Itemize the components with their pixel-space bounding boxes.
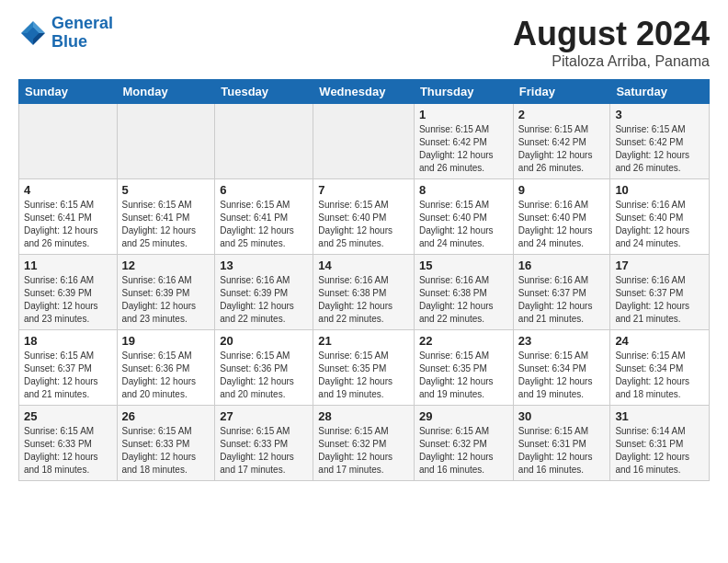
header: GeneralBlue August 2024 Pitaloza Arriba,…	[18, 15, 710, 70]
calendar-cell: 7Sunrise: 6:15 AM Sunset: 6:40 PM Daylig…	[313, 179, 415, 255]
calendar-cell	[19, 104, 118, 179]
day-info: Sunrise: 6:16 AM Sunset: 6:37 PM Dayligh…	[615, 274, 704, 326]
day-info: Sunrise: 6:15 AM Sunset: 6:35 PM Dayligh…	[419, 350, 508, 401]
calendar-cell: 30Sunrise: 6:15 AM Sunset: 6:31 PM Dayli…	[513, 406, 610, 481]
day-number: 3	[615, 108, 704, 121]
calendar-cell: 1Sunrise: 6:15 AM Sunset: 6:42 PM Daylig…	[414, 104, 513, 179]
day-info: Sunrise: 6:16 AM Sunset: 6:39 PM Dayligh…	[122, 274, 210, 326]
day-number: 27	[220, 409, 308, 423]
calendar-row: 1Sunrise: 6:15 AM Sunset: 6:42 PM Daylig…	[19, 104, 710, 179]
page: GeneralBlue August 2024 Pitaloza Arriba,…	[0, 0, 728, 490]
day-info: Sunrise: 6:16 AM Sunset: 6:40 PM Dayligh…	[518, 199, 606, 250]
day-number: 12	[122, 259, 210, 272]
col-saturday: Saturday	[610, 80, 710, 104]
day-info: Sunrise: 6:15 AM Sunset: 6:36 PM Dayligh…	[122, 350, 210, 401]
title-block: August 2024 Pitaloza Arriba, Panama	[513, 15, 710, 70]
calendar-cell: 20Sunrise: 6:15 AM Sunset: 6:36 PM Dayli…	[215, 330, 313, 406]
day-info: Sunrise: 6:15 AM Sunset: 6:31 PM Dayligh…	[518, 425, 606, 477]
calendar-cell	[215, 104, 313, 179]
day-number: 17	[615, 259, 704, 272]
calendar-cell: 21Sunrise: 6:15 AM Sunset: 6:35 PM Dayli…	[313, 330, 415, 406]
col-wednesday: Wednesday	[313, 80, 415, 104]
day-number: 2	[518, 108, 606, 121]
calendar-table: Sunday Monday Tuesday Wednesday Thursday…	[18, 79, 710, 481]
day-number: 20	[220, 334, 308, 348]
day-info: Sunrise: 6:16 AM Sunset: 6:39 PM Dayligh…	[24, 274, 112, 326]
calendar-cell: 4Sunrise: 6:15 AM Sunset: 6:41 PM Daylig…	[19, 179, 118, 255]
day-info: Sunrise: 6:15 AM Sunset: 6:42 PM Dayligh…	[419, 123, 508, 175]
day-info: Sunrise: 6:15 AM Sunset: 6:35 PM Dayligh…	[318, 350, 409, 401]
day-number: 5	[122, 183, 210, 197]
calendar-cell: 19Sunrise: 6:15 AM Sunset: 6:36 PM Dayli…	[117, 330, 215, 406]
day-info: Sunrise: 6:15 AM Sunset: 6:33 PM Dayligh…	[122, 425, 210, 477]
calendar-cell: 8Sunrise: 6:15 AM Sunset: 6:40 PM Daylig…	[414, 179, 513, 255]
header-row: Sunday Monday Tuesday Wednesday Thursday…	[19, 80, 710, 104]
logo-text: GeneralBlue	[51, 15, 113, 52]
day-info: Sunrise: 6:16 AM Sunset: 6:40 PM Dayligh…	[615, 199, 704, 250]
calendar-cell: 13Sunrise: 6:16 AM Sunset: 6:39 PM Dayli…	[215, 255, 313, 330]
calendar-cell: 17Sunrise: 6:16 AM Sunset: 6:37 PM Dayli…	[610, 255, 710, 330]
day-info: Sunrise: 6:15 AM Sunset: 6:33 PM Dayligh…	[220, 425, 308, 477]
day-number: 11	[24, 259, 112, 272]
day-number: 28	[318, 409, 409, 423]
calendar-cell: 27Sunrise: 6:15 AM Sunset: 6:33 PM Dayli…	[215, 406, 313, 481]
calendar-cell: 11Sunrise: 6:16 AM Sunset: 6:39 PM Dayli…	[19, 255, 118, 330]
calendar-cell: 10Sunrise: 6:16 AM Sunset: 6:40 PM Dayli…	[610, 179, 710, 255]
calendar-row: 4Sunrise: 6:15 AM Sunset: 6:41 PM Daylig…	[19, 179, 710, 255]
calendar-title: August 2024	[513, 15, 710, 53]
day-info: Sunrise: 6:15 AM Sunset: 6:40 PM Dayligh…	[419, 199, 508, 250]
col-monday: Monday	[117, 80, 215, 104]
day-info: Sunrise: 6:16 AM Sunset: 6:39 PM Dayligh…	[220, 274, 308, 326]
calendar-cell: 16Sunrise: 6:16 AM Sunset: 6:37 PM Dayli…	[513, 255, 610, 330]
day-number: 14	[318, 259, 409, 272]
day-info: Sunrise: 6:16 AM Sunset: 6:37 PM Dayligh…	[518, 274, 606, 326]
day-number: 25	[24, 409, 112, 423]
day-number: 8	[419, 183, 508, 197]
day-info: Sunrise: 6:16 AM Sunset: 6:38 PM Dayligh…	[318, 274, 409, 326]
calendar-header: Sunday Monday Tuesday Wednesday Thursday…	[19, 80, 710, 104]
day-info: Sunrise: 6:15 AM Sunset: 6:33 PM Dayligh…	[24, 425, 112, 477]
calendar-cell: 5Sunrise: 6:15 AM Sunset: 6:41 PM Daylig…	[117, 179, 215, 255]
calendar-cell: 29Sunrise: 6:15 AM Sunset: 6:32 PM Dayli…	[414, 406, 513, 481]
calendar-cell: 9Sunrise: 6:16 AM Sunset: 6:40 PM Daylig…	[513, 179, 610, 255]
logo-icon	[18, 18, 48, 48]
day-number: 15	[419, 259, 508, 272]
day-number: 16	[518, 259, 606, 272]
calendar-cell: 23Sunrise: 6:15 AM Sunset: 6:34 PM Dayli…	[513, 330, 610, 406]
day-info: Sunrise: 6:15 AM Sunset: 6:32 PM Dayligh…	[419, 425, 508, 477]
calendar-cell: 6Sunrise: 6:15 AM Sunset: 6:41 PM Daylig…	[215, 179, 313, 255]
calendar-cell: 12Sunrise: 6:16 AM Sunset: 6:39 PM Dayli…	[117, 255, 215, 330]
col-tuesday: Tuesday	[215, 80, 313, 104]
day-info: Sunrise: 6:15 AM Sunset: 6:32 PM Dayligh…	[318, 425, 409, 477]
day-number: 21	[318, 334, 409, 348]
day-info: Sunrise: 6:15 AM Sunset: 6:36 PM Dayligh…	[220, 350, 308, 401]
logo: GeneralBlue	[18, 15, 113, 52]
day-number: 7	[318, 183, 409, 197]
day-info: Sunrise: 6:15 AM Sunset: 6:40 PM Dayligh…	[318, 199, 409, 250]
day-info: Sunrise: 6:15 AM Sunset: 6:42 PM Dayligh…	[518, 123, 606, 175]
col-sunday: Sunday	[19, 80, 118, 104]
day-number: 10	[615, 183, 704, 197]
col-friday: Friday	[513, 80, 610, 104]
day-number: 29	[419, 409, 508, 423]
day-info: Sunrise: 6:15 AM Sunset: 6:42 PM Dayligh…	[615, 123, 704, 175]
day-number: 1	[419, 108, 508, 121]
calendar-cell: 28Sunrise: 6:15 AM Sunset: 6:32 PM Dayli…	[313, 406, 415, 481]
day-number: 6	[220, 183, 308, 197]
col-thursday: Thursday	[414, 80, 513, 104]
day-info: Sunrise: 6:15 AM Sunset: 6:37 PM Dayligh…	[24, 350, 112, 401]
day-number: 13	[220, 259, 308, 272]
day-number: 23	[518, 334, 606, 348]
calendar-cell	[117, 104, 215, 179]
calendar-body: 1Sunrise: 6:15 AM Sunset: 6:42 PM Daylig…	[19, 104, 710, 481]
day-number: 24	[615, 334, 704, 348]
day-info: Sunrise: 6:15 AM Sunset: 6:34 PM Dayligh…	[615, 350, 704, 401]
day-number: 26	[122, 409, 210, 423]
calendar-cell: 24Sunrise: 6:15 AM Sunset: 6:34 PM Dayli…	[610, 330, 710, 406]
calendar-cell: 2Sunrise: 6:15 AM Sunset: 6:42 PM Daylig…	[513, 104, 610, 179]
day-number: 22	[419, 334, 508, 348]
calendar-cell: 18Sunrise: 6:15 AM Sunset: 6:37 PM Dayli…	[19, 330, 118, 406]
calendar-cell: 25Sunrise: 6:15 AM Sunset: 6:33 PM Dayli…	[19, 406, 118, 481]
calendar-subtitle: Pitaloza Arriba, Panama	[513, 53, 710, 70]
calendar-row: 11Sunrise: 6:16 AM Sunset: 6:39 PM Dayli…	[19, 255, 710, 330]
